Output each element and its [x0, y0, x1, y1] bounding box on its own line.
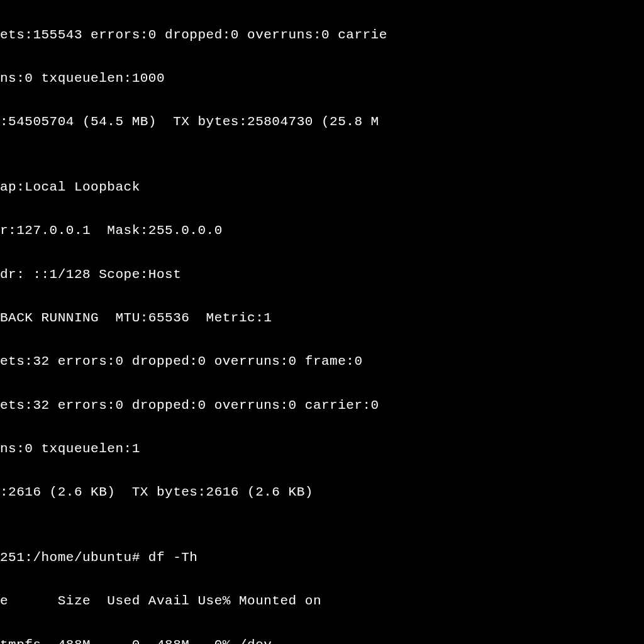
- prompt-line: 251:/home/ubuntu# df -Th: [0, 547, 644, 569]
- output-line: ap:Local Loopback: [0, 177, 644, 199]
- output-line: dr: ::1/128 Scope:Host: [0, 264, 644, 286]
- output-line: BACK RUNNING MTU:65536 Metric:1: [0, 308, 644, 330]
- terminal-output[interactable]: ets:155543 errors:0 dropped:0 overruns:0…: [0, 3, 644, 644]
- output-line: :2616 (2.6 KB) TX bytes:2616 (2.6 KB): [0, 482, 644, 504]
- output-line: :54505704 (54.5 MB) TX bytes:25804730 (2…: [0, 111, 644, 133]
- df-header: e Size Used Avail Use% Mounted on: [0, 591, 644, 613]
- output-line: ns:0 txqueuelen:1: [0, 438, 644, 460]
- output-line: r:127.0.0.1 Mask:255.0.0.0: [0, 220, 644, 242]
- output-line: ets:32 errors:0 dropped:0 overruns:0 car…: [0, 395, 644, 417]
- output-line: ets:155543 errors:0 dropped:0 overruns:0…: [0, 25, 644, 47]
- df-row: tmpfs 488M 0 488M 0% /dev: [0, 635, 644, 644]
- output-line: ns:0 txqueuelen:1000: [0, 68, 644, 90]
- output-line: ets:32 errors:0 dropped:0 overruns:0 fra…: [0, 351, 644, 373]
